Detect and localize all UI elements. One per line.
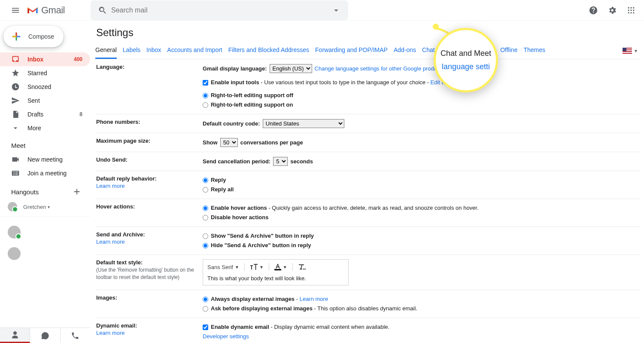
sidebar-item-drafts[interactable]: Drafts 8 (0, 107, 90, 121)
avatar (8, 226, 21, 239)
learn-more-link[interactable]: Learn more (96, 330, 203, 336)
section-images: Images: Always display external images -… (95, 290, 641, 318)
tab-inbox[interactable]: Inbox (146, 43, 161, 59)
svg-point-4 (630, 9, 632, 11)
cancellation-period-select[interactable]: 5 (273, 157, 288, 166)
remove-formatting-button[interactable] (298, 263, 306, 270)
enable-dynamic-email-checkbox[interactable] (203, 325, 208, 330)
avatar (8, 247, 21, 260)
svg-point-8 (633, 12, 634, 13)
ask-before-images-radio[interactable] (203, 306, 208, 312)
chevron-down-icon: ▼ (634, 49, 638, 53)
settings-gear-icon[interactable] (603, 1, 622, 20)
sidebar-item-snoozed[interactable]: Snoozed (0, 80, 90, 94)
search-icon[interactable] (94, 2, 111, 19)
default-country-code-select[interactable]: United States (263, 119, 344, 128)
section-label: Phone numbers: (96, 119, 203, 129)
meet-new-meeting[interactable]: New meeting (0, 153, 90, 166)
rtl-on-radio[interactable] (203, 102, 208, 108)
sidebar-item-more[interactable]: More (0, 121, 90, 135)
section-language: Language: Gmail display language: Englis… (95, 59, 641, 114)
sidebar-item-label: Snoozed (27, 83, 51, 90)
sidebar-item-sent[interactable]: Sent (0, 94, 90, 107)
remove-formatting-icon (298, 263, 306, 270)
section-page-size: Maximum page size: Show 50 conversations… (95, 133, 641, 152)
footer-tab-calls[interactable] (61, 328, 90, 343)
enable-input-tools-label: Enable input tools (211, 79, 259, 86)
font-family-button[interactable]: Sans Serif ▼ (207, 264, 239, 270)
reply-all-radio[interactable] (203, 187, 208, 193)
footer-tab-contacts[interactable] (0, 328, 30, 343)
text-color-icon (274, 263, 281, 270)
svg-point-2 (633, 7, 634, 8)
sidebar-item-label: Inbox (27, 56, 43, 63)
tab-labels[interactable]: Labels (123, 43, 140, 59)
tab-forwarding-pop-imap[interactable]: Forwarding and POP/IMAP (315, 43, 388, 59)
section-default-text-style: Default text style: (Use the 'Remove for… (95, 255, 641, 290)
reply-all-label: Reply all (211, 185, 234, 194)
text-style-toolbar: Sans Serif ▼ ▼ ▼ (203, 259, 349, 285)
section-undo-send: Undo Send: Send cancellation period: 5 s… (95, 152, 641, 171)
search-options-icon[interactable] (328, 2, 345, 19)
hangouts-user-row[interactable]: Gretchen ▾ (0, 200, 90, 214)
ask-before-images-desc: - This option also disables dynamic emai… (313, 305, 417, 312)
reply-label: Reply (211, 176, 226, 184)
text-style-sample: This is what your body text will look li… (207, 274, 344, 282)
sidebar-item-starred[interactable]: Starred (0, 66, 90, 80)
learn-more-link[interactable]: Learn more (96, 183, 203, 189)
sidebar-item-count: 8 (79, 111, 82, 117)
text-color-button[interactable]: ▼ (274, 263, 287, 270)
always-display-images-radio[interactable] (203, 297, 208, 302)
section-label: Images: (96, 294, 203, 313)
compose-button[interactable]: Compose (3, 26, 64, 47)
gmail-logo-text: Gmail (41, 5, 65, 16)
show-send-archive-radio[interactable] (203, 233, 208, 239)
main-menu-button[interactable] (6, 1, 25, 20)
gmail-logo[interactable]: Gmail (27, 5, 65, 16)
svg-rect-17 (623, 54, 632, 55)
hangouts-contact-row[interactable] (0, 219, 90, 245)
input-language-switcher[interactable]: ▼ (623, 43, 641, 59)
hangouts-contact-row[interactable] (0, 245, 90, 262)
tab-general[interactable]: General (95, 43, 117, 59)
learn-more-link[interactable]: Learn more (96, 239, 203, 245)
disable-hover-radio[interactable] (203, 215, 208, 220)
tab-filters-blocked[interactable]: Filters and Blocked Addresses (228, 43, 309, 59)
callout-line1: Chat and Meet (440, 49, 491, 58)
search-input[interactable] (111, 6, 328, 14)
reply-radio[interactable] (203, 178, 208, 183)
show-send-archive-label: Show "Send & Archive" button in reply (211, 232, 314, 240)
hide-send-archive-radio[interactable] (203, 243, 208, 248)
apps-grid-icon[interactable] (622, 1, 641, 20)
meet-join-meeting[interactable]: Join a meeting (0, 166, 90, 180)
rtl-off-radio[interactable] (203, 93, 208, 98)
ask-before-images-label: Ask before displaying external images (211, 305, 313, 312)
search-bar (91, 0, 348, 20)
change-language-link[interactable]: Change language settings for other Googl… (315, 64, 444, 73)
hangouts-user-name: Gretchen (23, 204, 46, 210)
svg-rect-16 (623, 52, 632, 53)
svg-point-7 (630, 12, 632, 13)
enable-hover-radio[interactable] (203, 205, 208, 211)
tab-accounts-import[interactable]: Accounts and Import (167, 43, 222, 59)
new-chat-icon[interactable] (72, 187, 82, 196)
section-label: Language: (96, 64, 203, 110)
enable-hover-label: Enable hover actions (211, 205, 267, 211)
section-label: Default reply behavior: (96, 175, 157, 182)
footer-tab-hangouts[interactable] (30, 328, 60, 343)
learn-more-link[interactable]: Learn more (300, 296, 328, 302)
rtl-off-label: Right-to-left editing support off (211, 91, 293, 100)
enable-input-tools-checkbox[interactable] (203, 80, 208, 86)
tab-themes[interactable]: Themes (523, 43, 545, 59)
support-icon[interactable] (584, 1, 603, 20)
page-size-select[interactable]: 50 (220, 138, 238, 147)
section-label: Send and Archive: (96, 231, 145, 238)
font-size-button[interactable]: ▼ (250, 264, 264, 270)
sidebar-item-inbox[interactable]: Inbox 400 (0, 52, 90, 66)
tab-offline[interactable]: Offline (500, 43, 517, 59)
always-display-images-label: Always display external images (211, 296, 295, 302)
display-language-select[interactable]: English (US) (270, 64, 312, 73)
enable-dynamic-email-label: Enable dynamic email (211, 324, 269, 330)
developer-settings-link[interactable]: Developer settings (203, 332, 249, 341)
tab-add-ons[interactable]: Add-ons (394, 43, 416, 59)
